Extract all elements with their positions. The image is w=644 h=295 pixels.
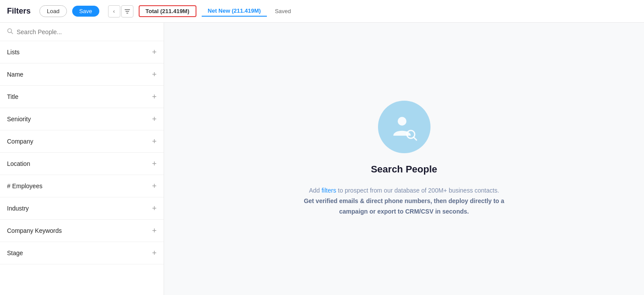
- search-people-illustration: [378, 101, 430, 153]
- filter-label-seniority: Seniority: [7, 116, 31, 123]
- filter-label-title: Title: [7, 93, 18, 100]
- svg-point-5: [398, 117, 406, 126]
- search-icon: [7, 28, 13, 35]
- plus-icon-industry: +: [152, 204, 157, 212]
- page-title: Filters: [7, 7, 31, 16]
- filter-item-lists[interactable]: Lists +: [0, 41, 164, 63]
- search-people-title: Search People: [371, 164, 438, 175]
- plus-icon-name: +: [152, 70, 157, 78]
- search-people-description: Add filters to prospect from our databas…: [295, 186, 514, 217]
- nav-back-button[interactable]: ‹: [108, 5, 120, 18]
- search-input[interactable]: [17, 28, 157, 35]
- plus-icon-company-keywords: +: [152, 227, 157, 235]
- plus-icon-title: +: [152, 93, 157, 101]
- filter-item-employees[interactable]: # Employees +: [0, 175, 164, 197]
- plus-icon-stage: +: [152, 249, 157, 257]
- filter-label-employees: # Employees: [7, 183, 42, 190]
- filter-label-company: Company: [7, 138, 33, 145]
- filter-label-name: Name: [7, 71, 23, 78]
- filter-label-industry: Industry: [7, 205, 29, 212]
- filter-item-name[interactable]: Name +: [0, 63, 164, 86]
- sidebar: Lists + Name + Title + Seniority + Compa…: [0, 23, 164, 295]
- filter-item-stage[interactable]: Stage +: [0, 242, 164, 264]
- svg-line-4: [11, 32, 13, 34]
- filter-item-company[interactable]: Company +: [0, 130, 164, 153]
- filter-label-stage: Stage: [7, 249, 23, 256]
- filter-icon: [124, 8, 130, 14]
- filter-label-company-keywords: Company Keywords: [7, 227, 62, 234]
- filters-link[interactable]: filters: [322, 187, 336, 194]
- search-box[interactable]: [0, 23, 164, 41]
- header: Filters Load Save ‹ Total (211.419M) Net…: [0, 0, 644, 23]
- nav-arrows: ‹: [108, 5, 133, 18]
- filter-label-location: Location: [7, 160, 30, 167]
- tab-net-new[interactable]: Net New (211.419M): [202, 6, 267, 17]
- tab-total[interactable]: Total (211.419M): [139, 5, 196, 17]
- filter-label-lists: Lists: [7, 49, 20, 56]
- tab-saved[interactable]: Saved: [269, 6, 297, 16]
- filter-item-location[interactable]: Location +: [0, 153, 164, 175]
- filter-item-title[interactable]: Title +: [0, 86, 164, 108]
- content-area: Search People Add filters to prospect fr…: [164, 23, 644, 295]
- load-button[interactable]: Load: [39, 5, 67, 17]
- plus-icon-company: +: [152, 137, 157, 145]
- plus-icon-location: +: [152, 160, 157, 168]
- description-line1: Add filters to prospect from our databas…: [295, 186, 514, 196]
- filter-item-industry[interactable]: Industry +: [0, 197, 164, 220]
- tab-group: Total (211.419M) Net New (211.419M) Save…: [139, 5, 297, 17]
- main-layout: Lists + Name + Title + Seniority + Compa…: [0, 23, 644, 295]
- arrow-left-icon: ‹: [113, 8, 115, 14]
- filter-item-seniority[interactable]: Seniority +: [0, 108, 164, 130]
- filter-item-company-keywords[interactable]: Company Keywords +: [0, 220, 164, 242]
- plus-icon-lists: +: [152, 48, 157, 56]
- plus-icon-employees: +: [152, 182, 157, 190]
- svg-line-7: [413, 137, 416, 140]
- person-search-icon: [389, 112, 420, 142]
- description-line2: Get verified emails & direct phone numbe…: [295, 196, 514, 217]
- filter-toggle-button[interactable]: [121, 5, 133, 18]
- save-button[interactable]: Save: [72, 6, 99, 17]
- plus-icon-seniority: +: [152, 115, 157, 123]
